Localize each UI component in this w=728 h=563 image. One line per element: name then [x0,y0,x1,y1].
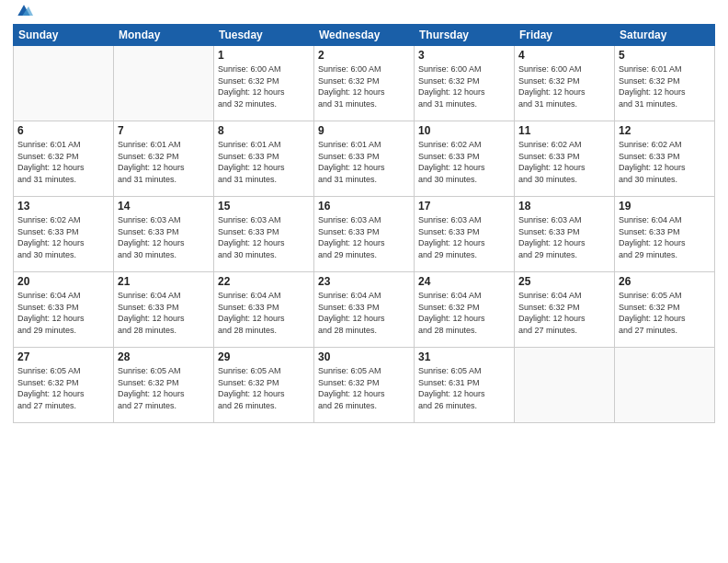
calendar-cell: 17Sunrise: 6:03 AM Sunset: 6:33 PM Dayli… [415,197,515,272]
day-number: 21 [118,275,210,288]
day-info: Sunrise: 6:04 AM Sunset: 6:32 PM Dayligh… [418,290,510,336]
weekday-friday: Friday [515,25,615,46]
day-info: Sunrise: 6:01 AM Sunset: 6:32 PM Dayligh… [619,63,711,109]
day-number: 10 [418,124,510,137]
weekday-sunday: Sunday [14,25,114,46]
day-number: 19 [619,200,711,213]
day-info: Sunrise: 6:00 AM Sunset: 6:32 PM Dayligh… [218,63,310,109]
calendar-cell: 9Sunrise: 6:01 AM Sunset: 6:33 PM Daylig… [314,121,415,197]
week-row-5: 27Sunrise: 6:05 AM Sunset: 6:32 PM Dayli… [14,348,715,423]
calendar-cell: 21Sunrise: 6:04 AM Sunset: 6:33 PM Dayli… [114,272,214,348]
weekday-tuesday: Tuesday [214,25,314,46]
logo [13,9,33,17]
day-info: Sunrise: 6:02 AM Sunset: 6:33 PM Dayligh… [518,139,610,185]
calendar-cell: 1Sunrise: 6:00 AM Sunset: 6:32 PM Daylig… [214,46,314,121]
calendar-cell: 11Sunrise: 6:02 AM Sunset: 6:33 PM Dayli… [515,121,615,197]
day-number: 18 [518,200,610,213]
day-info: Sunrise: 6:00 AM Sunset: 6:32 PM Dayligh… [418,63,510,109]
day-info: Sunrise: 6:01 AM Sunset: 6:32 PM Dayligh… [17,139,109,185]
logo-icon [15,2,33,20]
calendar-cell: 15Sunrise: 6:03 AM Sunset: 6:33 PM Dayli… [214,197,314,272]
day-number: 17 [418,200,510,213]
day-info: Sunrise: 6:05 AM Sunset: 6:32 PM Dayligh… [118,365,210,411]
day-info: Sunrise: 6:01 AM Sunset: 6:32 PM Dayligh… [118,139,210,185]
calendar-table: SundayMondayTuesdayWednesdayThursdayFrid… [13,24,715,423]
calendar-cell [14,46,114,121]
day-number: 2 [318,49,410,62]
day-number: 28 [118,350,210,363]
day-info: Sunrise: 6:04 AM Sunset: 6:33 PM Dayligh… [17,290,109,336]
calendar-cell: 18Sunrise: 6:03 AM Sunset: 6:33 PM Dayli… [515,197,615,272]
calendar-cell: 12Sunrise: 6:02 AM Sunset: 6:33 PM Dayli… [615,121,715,197]
week-row-3: 13Sunrise: 6:02 AM Sunset: 6:33 PM Dayli… [14,197,715,272]
weekday-header-row: SundayMondayTuesdayWednesdayThursdayFrid… [14,25,715,46]
calendar-cell: 3Sunrise: 6:00 AM Sunset: 6:32 PM Daylig… [415,46,515,121]
day-number: 27 [17,350,109,363]
weekday-monday: Monday [114,25,214,46]
day-number: 4 [518,49,610,62]
day-number: 5 [619,49,711,62]
day-info: Sunrise: 6:02 AM Sunset: 6:33 PM Dayligh… [17,214,109,260]
day-info: Sunrise: 6:02 AM Sunset: 6:33 PM Dayligh… [418,139,510,185]
calendar-cell: 30Sunrise: 6:05 AM Sunset: 6:32 PM Dayli… [314,348,415,423]
day-info: Sunrise: 6:03 AM Sunset: 6:33 PM Dayligh… [418,214,510,260]
header [13,9,715,17]
day-info: Sunrise: 6:04 AM Sunset: 6:33 PM Dayligh… [218,290,310,336]
day-info: Sunrise: 6:04 AM Sunset: 6:33 PM Dayligh… [318,290,410,336]
day-number: 8 [218,124,310,137]
calendar-cell: 14Sunrise: 6:03 AM Sunset: 6:33 PM Dayli… [114,197,214,272]
day-info: Sunrise: 6:05 AM Sunset: 6:32 PM Dayligh… [218,365,310,411]
calendar-cell: 8Sunrise: 6:01 AM Sunset: 6:33 PM Daylig… [214,121,314,197]
day-number: 12 [619,124,711,137]
day-number: 6 [17,124,109,137]
week-row-2: 6Sunrise: 6:01 AM Sunset: 6:32 PM Daylig… [14,121,715,197]
calendar-cell: 10Sunrise: 6:02 AM Sunset: 6:33 PM Dayli… [415,121,515,197]
weekday-wednesday: Wednesday [314,25,415,46]
calendar-cell: 29Sunrise: 6:05 AM Sunset: 6:32 PM Dayli… [214,348,314,423]
day-number: 9 [318,124,410,137]
calendar-cell: 6Sunrise: 6:01 AM Sunset: 6:32 PM Daylig… [14,121,114,197]
day-info: Sunrise: 6:05 AM Sunset: 6:32 PM Dayligh… [17,365,109,411]
day-info: Sunrise: 6:04 AM Sunset: 6:32 PM Dayligh… [518,290,610,336]
day-info: Sunrise: 6:02 AM Sunset: 6:33 PM Dayligh… [619,139,711,185]
day-number: 25 [518,275,610,288]
week-row-1: 1Sunrise: 6:00 AM Sunset: 6:32 PM Daylig… [14,46,715,121]
day-number: 24 [418,275,510,288]
day-info: Sunrise: 6:00 AM Sunset: 6:32 PM Dayligh… [518,63,610,109]
weekday-saturday: Saturday [615,25,715,46]
day-info: Sunrise: 6:00 AM Sunset: 6:32 PM Dayligh… [318,63,410,109]
day-info: Sunrise: 6:03 AM Sunset: 6:33 PM Dayligh… [518,214,610,260]
day-number: 14 [118,200,210,213]
weekday-thursday: Thursday [415,25,515,46]
calendar-cell: 19Sunrise: 6:04 AM Sunset: 6:33 PM Dayli… [615,197,715,272]
day-number: 7 [118,124,210,137]
day-info: Sunrise: 6:05 AM Sunset: 6:32 PM Dayligh… [318,365,410,411]
day-number: 11 [518,124,610,137]
calendar-cell: 27Sunrise: 6:05 AM Sunset: 6:32 PM Dayli… [14,348,114,423]
calendar-cell [515,348,615,423]
day-number: 15 [218,200,310,213]
day-number: 26 [619,275,711,288]
calendar-cell: 7Sunrise: 6:01 AM Sunset: 6:32 PM Daylig… [114,121,214,197]
day-number: 30 [318,350,410,363]
calendar-cell: 24Sunrise: 6:04 AM Sunset: 6:32 PM Dayli… [415,272,515,348]
day-number: 13 [17,200,109,213]
calendar-cell: 22Sunrise: 6:04 AM Sunset: 6:33 PM Dayli… [214,272,314,348]
calendar-cell: 31Sunrise: 6:05 AM Sunset: 6:31 PM Dayli… [415,348,515,423]
day-info: Sunrise: 6:03 AM Sunset: 6:33 PM Dayligh… [118,214,210,260]
week-row-4: 20Sunrise: 6:04 AM Sunset: 6:33 PM Dayli… [14,272,715,348]
day-info: Sunrise: 6:01 AM Sunset: 6:33 PM Dayligh… [218,139,310,185]
calendar-cell [114,46,214,121]
day-number: 29 [218,350,310,363]
day-info: Sunrise: 6:01 AM Sunset: 6:33 PM Dayligh… [318,139,410,185]
calendar-cell: 23Sunrise: 6:04 AM Sunset: 6:33 PM Dayli… [314,272,415,348]
logo-text [13,9,33,17]
calendar-cell [615,348,715,423]
calendar-cell: 2Sunrise: 6:00 AM Sunset: 6:32 PM Daylig… [314,46,415,121]
calendar-cell: 13Sunrise: 6:02 AM Sunset: 6:33 PM Dayli… [14,197,114,272]
day-number: 16 [318,200,410,213]
day-number: 31 [418,350,510,363]
day-number: 1 [218,49,310,62]
calendar-cell: 20Sunrise: 6:04 AM Sunset: 6:33 PM Dayli… [14,272,114,348]
calendar-cell: 4Sunrise: 6:00 AM Sunset: 6:32 PM Daylig… [515,46,615,121]
